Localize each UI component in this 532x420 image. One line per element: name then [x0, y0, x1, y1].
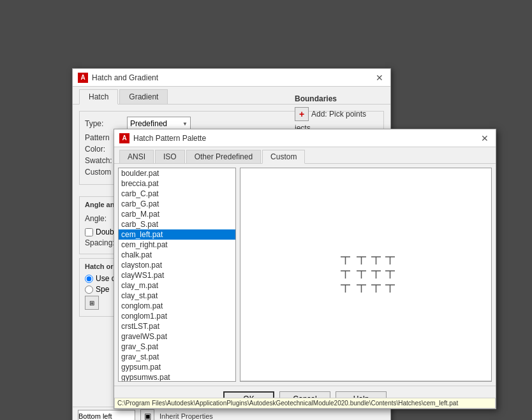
- specified-radio[interactable]: [85, 286, 93, 294]
- palette-close-button[interactable]: ✕: [479, 133, 491, 144]
- pattern-preview-area: [240, 168, 491, 381]
- list-item[interactable]: grav_st.pat: [119, 352, 235, 362]
- add-pick-label: Add: Pick points: [311, 110, 366, 119]
- palette-title-left: A Hatch Pattern Palette: [119, 133, 206, 143]
- use-current-radio[interactable]: [85, 275, 93, 283]
- double-checkbox[interactable]: [85, 228, 93, 236]
- tab-iso[interactable]: ISO: [155, 150, 185, 163]
- hatch-dialog-title: Hatch and Gradient: [92, 73, 158, 82]
- list-item-cem-left[interactable]: cem_left.pat: [119, 229, 235, 240]
- hatch-pattern-palette-dialog: A Hatch Pattern Palette ✕ ANSI ISO Other…: [114, 129, 496, 409]
- hatch-dialog-title-left: A Hatch and Gradient: [78, 73, 158, 83]
- tab-hatch[interactable]: Hatch: [79, 89, 118, 105]
- list-item[interactable]: clay_m.pat: [119, 280, 235, 291]
- list-item[interactable]: conglom1.pat: [119, 311, 235, 321]
- hatch-dialog-titlebar: A Hatch and Gradient ✕: [73, 69, 390, 87]
- type-combo-arrow: ▼: [182, 121, 188, 127]
- list-item[interactable]: carb_C.pat: [119, 189, 235, 199]
- list-item[interactable]: clayWS1.pat: [119, 270, 235, 280]
- pattern-list-scroll[interactable]: boulder.pat breccia.pat carb_C.pat carb_…: [119, 168, 235, 381]
- bottom-left-label: Bottom left: [78, 412, 112, 420]
- type-value: Predefined: [130, 119, 167, 128]
- inherit-properties-btn[interactable]: Inherit Properties: [159, 412, 213, 420]
- path-tooltip: C:\Program Files\Autodesk\ApplicationPlu…: [114, 398, 496, 409]
- type-label: Type:: [85, 119, 123, 128]
- tab-other-predefined[interactable]: Other Predefined: [186, 150, 261, 163]
- list-item[interactable]: chalk.pat: [119, 250, 235, 260]
- specified-label: Spe: [96, 285, 109, 294]
- palette-tabs: ANSI ISO Other Predefined Custom: [114, 147, 496, 164]
- list-item[interactable]: crstLST.pat: [119, 321, 235, 331]
- add-pick-button[interactable]: + Add: Pick points: [295, 107, 384, 121]
- list-item[interactable]: gypsumws.pat: [119, 372, 235, 381]
- list-item[interactable]: clay_st.pat: [119, 291, 235, 301]
- list-item[interactable]: grav_S.pat: [119, 342, 235, 352]
- autocad-icon: A: [78, 73, 88, 83]
- hatch-dialog-close-button[interactable]: ✕: [374, 72, 385, 83]
- list-item[interactable]: gravelWS.pat: [119, 331, 235, 342]
- tab-custom[interactable]: Custom: [262, 150, 305, 164]
- inherit-label: Inherit Properties: [159, 412, 213, 420]
- list-item[interactable]: clayston.pat: [119, 260, 235, 270]
- tab-gradient[interactable]: Gradient: [119, 89, 168, 104]
- list-item[interactable]: breccia.pat: [119, 178, 235, 189]
- list-item[interactable]: carb_G.pat: [119, 199, 235, 209]
- list-item[interactable]: cem_right.pat: [119, 240, 235, 250]
- list-item[interactable]: conglom.pat: [119, 301, 235, 311]
- palette-body: boulder.pat breccia.pat carb_C.pat carb_…: [114, 164, 496, 386]
- pattern-preview-panel: C:\Program Files\Autodesk\ApplicationPlu…: [240, 168, 492, 382]
- palette-title: Hatch Pattern Palette: [133, 134, 206, 143]
- boundaries-title: Boundaries: [295, 94, 384, 103]
- add-icon: +: [295, 107, 309, 121]
- pattern-list-panel: boulder.pat breccia.pat carb_C.pat carb_…: [118, 168, 236, 382]
- pattern-preview-svg: [334, 250, 398, 298]
- tab-ansi[interactable]: ANSI: [119, 150, 154, 163]
- list-item[interactable]: boulder.pat: [119, 168, 235, 178]
- list-item[interactable]: gypsum.pat: [119, 362, 235, 372]
- palette-autocad-icon: A: [119, 133, 129, 143]
- list-item[interactable]: carb_M.pat: [119, 209, 235, 219]
- palette-titlebar: A Hatch Pattern Palette ✕: [114, 129, 496, 147]
- list-item[interactable]: carb_S.pat: [119, 219, 235, 229]
- origin-icon-btn[interactable]: ⊞: [85, 296, 99, 310]
